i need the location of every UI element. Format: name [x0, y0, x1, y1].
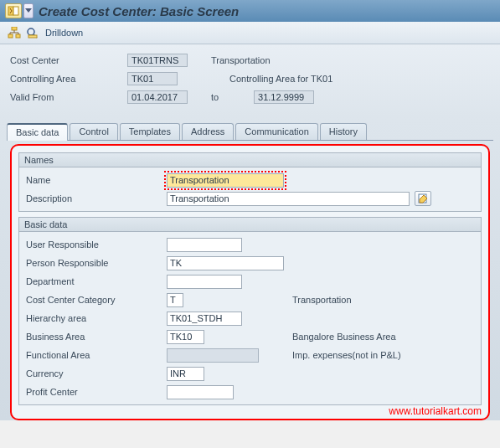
- svg-rect-2: [12, 27, 17, 30]
- functional-area-desc: Imp. expenses(not in P&L): [292, 350, 401, 360]
- department-field[interactable]: [167, 275, 242, 289]
- names-group: Names Name Description: [18, 152, 482, 212]
- basic-data-group-header: Basic data: [19, 218, 481, 232]
- toolbar: Drilldown: [0, 22, 500, 44]
- description-label: Description: [24, 193, 167, 203]
- cost-center-value: TK01TRNS: [127, 54, 188, 67]
- cost-center-category-desc: Transportation: [292, 295, 352, 305]
- currency-label: Currency: [24, 368, 167, 378]
- person-responsible-field[interactable]: [167, 256, 284, 270]
- names-group-header: Names: [19, 153, 481, 167]
- to-label: to: [211, 92, 251, 102]
- tab-control[interactable]: Control: [70, 123, 117, 140]
- person-responsible-label: Person Responsible: [24, 258, 167, 268]
- department-label: Department: [24, 276, 167, 286]
- basic-data-group: Basic data User Responsible Person Respo…: [18, 217, 482, 405]
- user-responsible-label: User Responsible: [24, 239, 167, 250]
- cost-center-label: Cost Center: [10, 55, 127, 65]
- tabs-container: Basic data Control Templates Address Com…: [0, 116, 500, 420]
- business-area-desc: Bangalore Business Area: [292, 332, 396, 342]
- svg-rect-3: [8, 34, 13, 38]
- controlling-area-label: Controlling Area: [10, 74, 127, 84]
- name-label: Name: [24, 175, 167, 185]
- header-section: Cost Center TK01TRNS Transportation Cont…: [0, 44, 500, 116]
- edit-description-button[interactable]: [415, 191, 431, 206]
- org-chart-icon[interactable]: [7, 25, 22, 40]
- hierarchy-area-label: Hierarchy area: [24, 313, 167, 323]
- description-field[interactable]: [167, 192, 410, 206]
- hierarchy-area-field[interactable]: [167, 312, 242, 326]
- controlling-area-desc: Controlling Area for TK01: [229, 74, 332, 84]
- valid-from-value: 01.04.2017: [127, 90, 188, 104]
- tab-templates[interactable]: Templates: [120, 123, 180, 140]
- title-bar: Create Cost Center: Basic Screen: [0, 0, 500, 22]
- user-responsible-field[interactable]: [167, 238, 242, 252]
- svg-rect-11: [28, 35, 37, 38]
- drilldown-label[interactable]: Drilldown: [45, 28, 83, 38]
- menu-dropdown-icon[interactable]: [23, 3, 34, 18]
- page-title: Create Cost Center: Basic Screen: [39, 4, 239, 18]
- svg-rect-1: [13, 7, 18, 15]
- profit-center-field[interactable]: [167, 385, 234, 399]
- svg-point-9: [28, 28, 34, 35]
- menu-icon[interactable]: [5, 3, 22, 18]
- drilldown-icon[interactable]: [25, 25, 40, 40]
- cost-center-category-label: Cost Center Category: [24, 295, 167, 305]
- functional-area-label: Functional Area: [24, 350, 167, 360]
- valid-to-value: 31.12.9999: [254, 90, 314, 104]
- valid-from-label: Valid From: [10, 92, 127, 102]
- svg-rect-4: [16, 34, 20, 38]
- business-area-label: Business Area: [24, 332, 167, 342]
- tab-communication[interactable]: Communication: [235, 123, 317, 140]
- cost-center-desc: Transportation: [211, 55, 271, 65]
- name-field[interactable]: [167, 173, 284, 188]
- tab-address[interactable]: Address: [182, 123, 234, 140]
- business-area-field[interactable]: [167, 330, 204, 344]
- tab-basic-data[interactable]: Basic data: [7, 123, 68, 141]
- currency-field[interactable]: [167, 367, 204, 381]
- svg-rect-0: [8, 7, 13, 15]
- profit-center-label: Profit Center: [24, 387, 167, 397]
- functional-area-field[interactable]: [167, 348, 259, 363]
- watermark: www.tutorialkart.com: [389, 405, 482, 417]
- tab-history[interactable]: History: [320, 123, 367, 140]
- content-area: Names Name Description Basic data: [10, 144, 490, 420]
- cost-center-category-field[interactable]: [167, 293, 183, 307]
- controlling-area-value: TK01: [127, 72, 178, 85]
- tab-bar: Basic data Control Templates Address Com…: [7, 123, 493, 141]
